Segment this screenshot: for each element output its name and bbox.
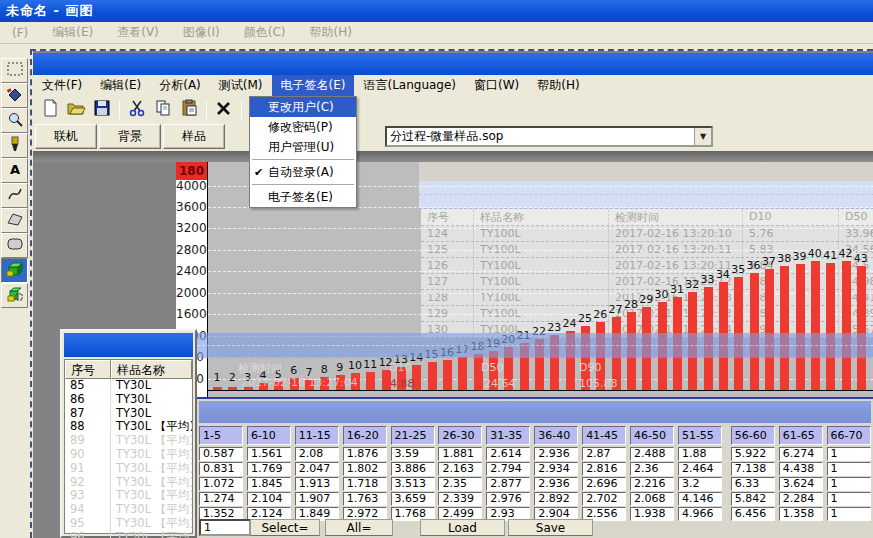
dist-cell[interactable]: 2.702 <box>582 492 626 506</box>
dist-cell[interactable]: 2.068 <box>630 492 674 506</box>
dist-cell[interactable]: 2.976 <box>486 492 530 506</box>
sample-list-row[interactable]: 96TY30L 【平均】 <box>65 531 192 538</box>
sample-list-row[interactable]: 92TY30L 【平均】 <box>65 476 192 490</box>
dist-cell[interactable]: 1.718 <box>343 477 387 491</box>
tool-magnifier[interactable] <box>1 108 28 133</box>
dist-cell[interactable]: 2.216 <box>630 477 674 491</box>
dist-cell[interactable]: 2.104 <box>247 492 291 506</box>
sample-list-row[interactable]: 90TY30L 【平均】 <box>65 448 192 462</box>
button-联机[interactable]: 联机 <box>35 124 97 149</box>
dist-cell[interactable]: 6.274 <box>779 447 823 461</box>
dist-cell[interactable]: 1.88 <box>678 447 722 461</box>
menu-item-用户管理(U)[interactable]: 用户管理(U) <box>250 137 356 157</box>
button-背景[interactable]: 背景 <box>99 124 161 149</box>
paint-menu-item[interactable]: 颜色(C) <box>232 24 298 41</box>
tool-cube-3d[interactable] <box>1 258 28 283</box>
dist-cell[interactable]: 4.146 <box>678 492 722 506</box>
dist-cell[interactable]: 5.922 <box>731 447 775 461</box>
dist-cell[interactable]: 3.2 <box>678 477 722 491</box>
menu-item-更改用户(C)[interactable]: 更改用户(C) <box>250 97 356 117</box>
app-menu-编辑(E)[interactable]: 编辑(E) <box>91 75 150 96</box>
dist-cell[interactable]: 4.438 <box>779 462 823 476</box>
dist-cell[interactable]: 6.33 <box>731 477 775 491</box>
sample-list-row[interactable]: 94TY30L 【平均】 <box>65 503 192 517</box>
load-button[interactable]: Load <box>420 519 505 536</box>
dist-cell[interactable]: 2.934 <box>534 462 578 476</box>
sample-history-row[interactable]: 127TY100L2017-02-16 13:20:125.834.98 <box>421 274 873 290</box>
dist-cell[interactable]: 1.763 <box>343 492 387 506</box>
open-button[interactable] <box>64 99 88 121</box>
sample-list-row[interactable]: 86TY30L <box>65 393 192 407</box>
dist-cell[interactable]: 5.842 <box>731 492 775 506</box>
dist-cell[interactable]: 3.886 <box>391 462 435 476</box>
app-menu-窗口(W)[interactable]: 窗口(W) <box>465 75 528 96</box>
dist-cell[interactable]: 2.35 <box>438 477 482 491</box>
dist-cell[interactable]: 1 <box>827 492 871 506</box>
tool-select-rect[interactable] <box>1 58 28 83</box>
dist-cell[interactable]: 1.769 <box>247 462 291 476</box>
dist-cell[interactable]: 1 <box>827 462 871 476</box>
app-menu-电子签名(E)[interactable]: 电子签名(E) <box>272 75 355 96</box>
dist-cell[interactable]: 7.138 <box>731 462 775 476</box>
dist-cell[interactable]: 1.907 <box>295 492 339 506</box>
sample-list-row[interactable]: 93TY30L 【平均】 <box>65 489 192 503</box>
dist-cell[interactable]: 2.816 <box>582 462 626 476</box>
dist-cell[interactable]: 1.881 <box>438 447 482 461</box>
paste-button[interactable] <box>177 99 201 121</box>
save-button[interactable]: Save <box>508 519 593 536</box>
dist-cell[interactable]: 2.892 <box>534 492 578 506</box>
new-button[interactable] <box>38 99 62 121</box>
dist-cell[interactable]: 2.08 <box>295 447 339 461</box>
copy-button[interactable] <box>151 99 175 121</box>
dist-cell[interactable]: 2.794 <box>486 462 530 476</box>
menu-item-修改密码(P)[interactable]: 修改密码(P) <box>250 117 356 137</box>
dist-cell[interactable]: 1.274 <box>199 492 243 506</box>
sop-file-combobox[interactable]: 分过程-微量样品.sop ▼ <box>385 126 713 147</box>
dist-cell[interactable]: 1 <box>827 477 871 491</box>
all-button[interactable]: All= <box>325 519 393 536</box>
app-menu-分析(A)[interactable]: 分析(A) <box>150 75 210 96</box>
dist-cell[interactable]: 2.464 <box>678 462 722 476</box>
sample-list-row[interactable]: 91TY30L 【平均】 <box>65 462 192 476</box>
tool-brush[interactable] <box>1 133 28 158</box>
dist-cell[interactable]: 2.936 <box>534 447 578 461</box>
dist-cell[interactable]: 0.831 <box>199 462 243 476</box>
select-button[interactable]: Select= <box>250 519 320 536</box>
dist-cell[interactable]: 3.513 <box>391 477 435 491</box>
dist-cell[interactable]: 1.072 <box>199 477 243 491</box>
dist-cell[interactable]: 2.936 <box>534 477 578 491</box>
dist-cell[interactable]: 2.696 <box>582 477 626 491</box>
paint-menu-item[interactable]: 查看(V) <box>105 24 171 41</box>
dist-cell[interactable]: 2.163 <box>438 462 482 476</box>
dist-cell[interactable]: 1.876 <box>343 447 387 461</box>
paint-menu-item[interactable]: 编辑(E) <box>40 24 105 41</box>
sample-list-row[interactable]: 87TY30L <box>65 407 192 421</box>
app-menu-帮助(H)[interactable]: 帮助(H) <box>528 75 588 96</box>
tool-curve[interactable] <box>1 183 28 208</box>
menu-item-自动登录(A)[interactable]: ✔自动登录(A) <box>250 162 356 182</box>
sample-list-row[interactable]: 88TY30L 【平均】 <box>65 420 192 434</box>
count-input[interactable] <box>199 519 251 536</box>
tool-fill[interactable] <box>1 83 28 108</box>
dist-cell[interactable]: 3.624 <box>779 477 823 491</box>
sample-list-row[interactable]: 95TY30L 【平均】 <box>65 517 192 531</box>
app-menu-测试(M)[interactable]: 测试(M) <box>210 75 272 96</box>
dist-cell[interactable]: 1.913 <box>295 477 339 491</box>
tool-rounded-rect[interactable] <box>1 233 28 258</box>
paint-menu-item[interactable]: (F) <box>0 26 40 40</box>
dist-cell[interactable]: 2.877 <box>486 477 530 491</box>
save-button[interactable] <box>90 99 114 121</box>
tool-polygon[interactable] <box>1 208 28 233</box>
tool-text[interactable]: A <box>1 158 28 183</box>
app-menu-文件(F)[interactable]: 文件(F) <box>33 75 91 96</box>
dist-cell[interactable]: 2.36 <box>630 462 674 476</box>
cut-button[interactable] <box>125 99 149 121</box>
dist-cell[interactable]: 3.59 <box>391 447 435 461</box>
menu-item-电子签名(E)[interactable]: 电子签名(E) <box>250 187 356 207</box>
sample-list-row[interactable]: 85TY30L <box>65 379 192 393</box>
dist-cell[interactable]: 1 <box>827 447 871 461</box>
dist-cell[interactable]: 1.561 <box>247 447 291 461</box>
sample-list-row[interactable]: 89TY30L 【平均】 <box>65 434 192 448</box>
dist-cell[interactable]: 1.802 <box>343 462 387 476</box>
paint-menu-item[interactable]: 帮助(H) <box>297 24 363 41</box>
